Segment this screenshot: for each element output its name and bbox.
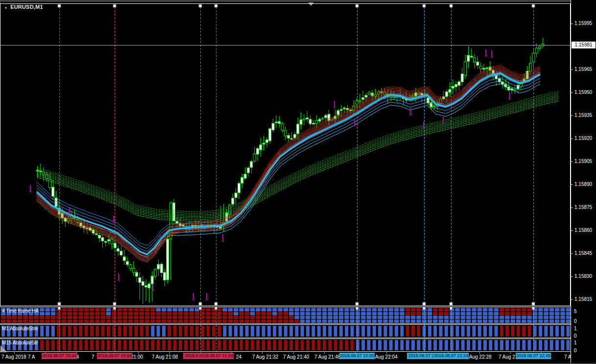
vline-handle[interactable] [58,302,61,305]
chevron-down-icon: ▼ [4,6,8,10]
vline-handle[interactable] [199,302,202,305]
time-label: Aug 22:28 [469,354,492,360]
panel-histogram [0,307,571,323]
panel-histogram [0,325,571,338]
panel-scale-label: 0 [574,348,577,353]
ma-ribbon-blue [37,72,540,257]
vline-handle[interactable] [58,4,61,7]
histogram-cells [1,308,571,323]
price-label: 1.15875 [574,205,592,210]
vline-handle[interactable] [423,4,426,7]
price-label: 1.15830 [574,273,592,279]
vline-time-badge-blue: 2018.08.07 22:00 [339,353,375,359]
vline-time-badge-red: 2018.08.07 20:58 [97,353,132,359]
time-tick [510,352,511,354]
time-label: 7 A [28,354,35,360]
time-tick [169,352,170,354]
panel-scale-label: 0 [574,333,577,339]
time-label: 7 Aug 21:40 [283,354,309,360]
time-axis[interactable]: 7 Aug 20187 A44721:007 Aug 21:08247 Aug … [0,352,571,364]
price-label: 1.15950 [574,90,592,95]
time-label: 7 Aug 2018 [1,354,26,360]
panel-label: 4 Time frame HA [2,308,39,314]
vline-handle[interactable] [532,4,535,7]
vline-handle[interactable] [356,302,358,305]
indicator-panel-4tf-ha[interactable]: 4 Time frame HA [0,307,571,324]
price-scale-separator [571,0,571,364]
vline-time-badge-blue: 2018.08.07 22:24 [433,353,469,359]
price-label: 1.15845 [574,250,592,256]
purple-markers [29,49,511,300]
time-label: 7 Aug 21:08 [152,354,178,360]
price-label: 1.15890 [574,182,592,187]
panel-histogram [0,339,571,351]
gray-arrow-icon[interactable] [308,2,314,6]
price-label: 1.15860 [574,228,592,233]
price-label: 1.15815 [574,296,592,302]
time-label: 7 Aug 21:32 [252,354,278,360]
time-label: 24 [236,354,241,360]
signal-line-cyan [37,73,540,254]
vline-time-badge-blue: 2018.08.07 2 [407,353,435,359]
price-label: 1.15995 [574,21,592,26]
vline-handle[interactable] [199,4,202,7]
vline-time-badge-red: 2018.08.07 20:44 [42,353,77,359]
time-tick [262,352,262,354]
histogram-cells [1,340,570,350]
candlesticks [36,38,544,304]
price-label: 1.15935 [574,113,592,118]
vline-handle[interactable] [113,4,116,7]
main-chart-area[interactable] [0,0,571,307]
vline-time-badge-blue: 2018.08.07 22:45 [516,353,551,359]
price-label: 1.15905 [574,159,592,164]
price-label: 1.15965 [574,67,592,72]
vline-handle[interactable] [450,4,453,7]
histogram-cells [1,326,570,337]
vline-time-badge-red: 2018.08.07 21:24 [198,353,234,359]
time-label: 21:00 [131,354,143,360]
time-tick [324,352,325,354]
panel-scale-label: 1 [574,326,577,331]
time-label: 7 Aug 2 [499,354,515,360]
vline-handle[interactable] [423,302,426,305]
vline-handle[interactable] [113,302,116,305]
time-label: 7 [92,354,95,360]
mt4-chart-window: ▼EURUSD,M1 4 Time frame HA M1 AbsoluteSt… [0,0,596,364]
vline-handle[interactable] [532,302,535,305]
symbol-timeframe-label: ▼EURUSD,M1 [4,4,43,10]
panel-scale-label: 0 [574,318,577,324]
chart-frame [0,4,571,306]
symbol-text: EURUSD,M1 [10,4,43,10]
time-tick [386,352,387,354]
time-tick [138,352,139,354]
vline-handle[interactable] [450,302,453,305]
panel-scale-label: 1 [574,340,577,345]
indicator-panel-m1-absolutestrength[interactable]: M1 AbsoluteStre [0,324,571,338]
vline-time-badge-red: 2018.0 [183,353,200,359]
subwindow-resize-grip[interactable] [0,345,7,352]
time-tick [293,352,294,354]
vline-handle[interactable] [215,4,217,7]
current-price-box: 1.15981 [572,42,596,48]
vline-handle[interactable] [215,302,217,305]
indicator-panel-m15-absolutestrength[interactable]: M15 AbsoluteStr [0,339,571,352]
time-tick [479,352,480,354]
time-tick [14,352,15,354]
panel-label: M1 AbsoluteStre [2,326,38,331]
panel-label: M15 AbsoluteStr [2,340,38,345]
vline-handle[interactable] [356,4,358,7]
panel-scale-label: 5 [574,309,577,314]
time-label: 7 Aug 21:48 [314,354,340,360]
price-label: 1.15920 [574,136,592,141]
time-label: Aug 22:04 [375,354,398,360]
